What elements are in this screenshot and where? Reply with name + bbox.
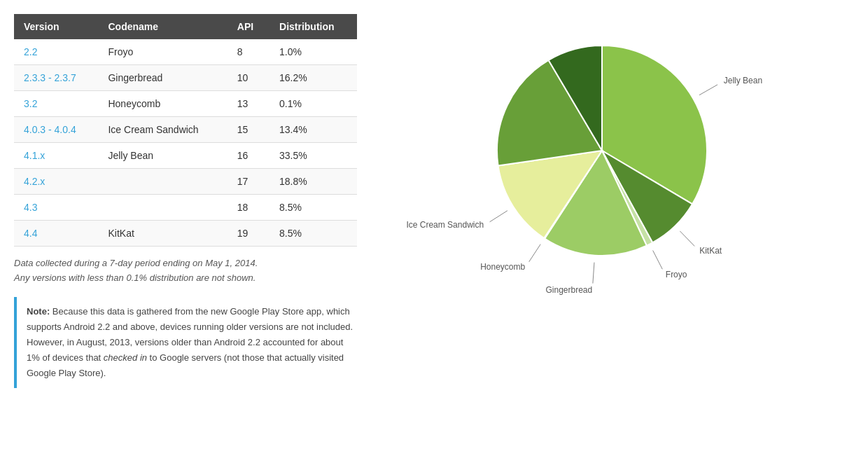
cell-version[interactable]: 4.3 bbox=[14, 195, 98, 221]
cell-codename bbox=[98, 169, 227, 195]
note-label: Note: bbox=[27, 306, 50, 317]
table-row: 4.0.3 - 4.0.4Ice Cream Sandwich1513.4% bbox=[14, 117, 357, 143]
label-text-Jelly Bean: Jelly Bean bbox=[724, 76, 762, 85]
label-text-Gingerbread: Gingerbread bbox=[545, 285, 592, 295]
label-text-Ice Cream Sandwich: Ice Cream Sandwich bbox=[406, 220, 484, 230]
cell-version[interactable]: 2.3.3 - 2.3.7 bbox=[14, 65, 98, 91]
cell-codename: Ice Cream Sandwich bbox=[98, 117, 227, 143]
cell-version[interactable]: 2.2 bbox=[14, 39, 98, 65]
cell-api: 19 bbox=[227, 221, 270, 247]
cell-api: 18 bbox=[227, 195, 270, 221]
cell-api: 10 bbox=[227, 65, 270, 91]
label-text-Honeycomb: Honeycomb bbox=[480, 262, 525, 272]
footnote-line2: Any versions with less than 0.1% distrib… bbox=[14, 271, 364, 286]
cell-api: 15 bbox=[227, 117, 270, 143]
cell-distribution: 8.5% bbox=[270, 195, 357, 221]
cell-version[interactable]: 4.0.3 - 4.0.4 bbox=[14, 117, 98, 143]
label-line-Ice Cream Sandwich bbox=[490, 211, 507, 222]
table-row: 4.1.xJelly Bean1633.5% bbox=[14, 143, 357, 169]
cell-api: 8 bbox=[227, 39, 270, 65]
footnote: Data collected during a 7-day period end… bbox=[14, 256, 364, 286]
right-panel: Jelly BeanKitKatFroyoGingerbreadHoneycom… bbox=[378, 14, 854, 287]
table-row: 4.3188.5% bbox=[14, 195, 357, 221]
main-container: Version Codename API Distribution 2.2Fro… bbox=[14, 14, 854, 388]
header-version: Version bbox=[14, 14, 98, 39]
cell-version[interactable]: 4.4 bbox=[14, 221, 98, 247]
cell-distribution: 8.5% bbox=[270, 221, 357, 247]
cell-version[interactable]: 4.1.x bbox=[14, 143, 98, 169]
distribution-table: Version Codename API Distribution 2.2Fro… bbox=[14, 14, 357, 247]
footnote-line1: Data collected during a 7-day period end… bbox=[14, 256, 364, 271]
label-line-Froyo bbox=[653, 251, 663, 270]
cell-version[interactable]: 4.2.x bbox=[14, 169, 98, 195]
table-row: 3.2Honeycomb130.1% bbox=[14, 91, 357, 117]
cell-distribution: 0.1% bbox=[270, 91, 357, 117]
cell-codename: Honeycomb bbox=[98, 91, 227, 117]
cell-distribution: 1.0% bbox=[270, 39, 357, 65]
label-line-Gingerbread bbox=[593, 263, 594, 284]
pie-chart-container: Jelly BeanKitKatFroyoGingerbreadHoneycom… bbox=[469, 21, 763, 287]
cell-codename: Froyo bbox=[98, 39, 227, 65]
label-line-Jelly Bean bbox=[699, 85, 718, 95]
label-text-Froyo: Froyo bbox=[666, 270, 687, 279]
header-codename: Codename bbox=[98, 14, 227, 39]
cell-codename bbox=[98, 195, 227, 221]
table-header-row: Version Codename API Distribution bbox=[14, 14, 357, 39]
cell-codename: KitKat bbox=[98, 221, 227, 247]
cell-codename: Gingerbread bbox=[98, 65, 227, 91]
table-row: 4.2.x1718.8% bbox=[14, 169, 357, 195]
cell-api: 16 bbox=[227, 143, 270, 169]
cell-api: 13 bbox=[227, 91, 270, 117]
cell-distribution: 18.8% bbox=[270, 169, 357, 195]
note-italic: checked in bbox=[104, 352, 147, 363]
table-row: 2.3.3 - 2.3.7Gingerbread1016.2% bbox=[14, 65, 357, 91]
pie-chart-svg: Jelly BeanKitKatFroyoGingerbreadHoneycom… bbox=[469, 21, 763, 287]
left-panel: Version Codename API Distribution 2.2Fro… bbox=[14, 14, 364, 388]
label-line-KitKat bbox=[680, 231, 694, 247]
table-row: 2.2Froyo81.0% bbox=[14, 39, 357, 65]
cell-api: 17 bbox=[227, 169, 270, 195]
table-row: 4.4KitKat198.5% bbox=[14, 221, 357, 247]
cell-distribution: 16.2% bbox=[270, 65, 357, 91]
label-text-KitKat: KitKat bbox=[699, 246, 722, 256]
cell-distribution: 13.4% bbox=[270, 117, 357, 143]
cell-codename: Jelly Bean bbox=[98, 143, 227, 169]
note-box: Note: Because this data is gathered from… bbox=[14, 297, 364, 388]
header-distribution: Distribution bbox=[270, 14, 357, 39]
header-api: API bbox=[227, 14, 270, 39]
label-line-Honeycomb bbox=[529, 244, 540, 262]
cell-version[interactable]: 3.2 bbox=[14, 91, 98, 117]
cell-distribution: 33.5% bbox=[270, 143, 357, 169]
